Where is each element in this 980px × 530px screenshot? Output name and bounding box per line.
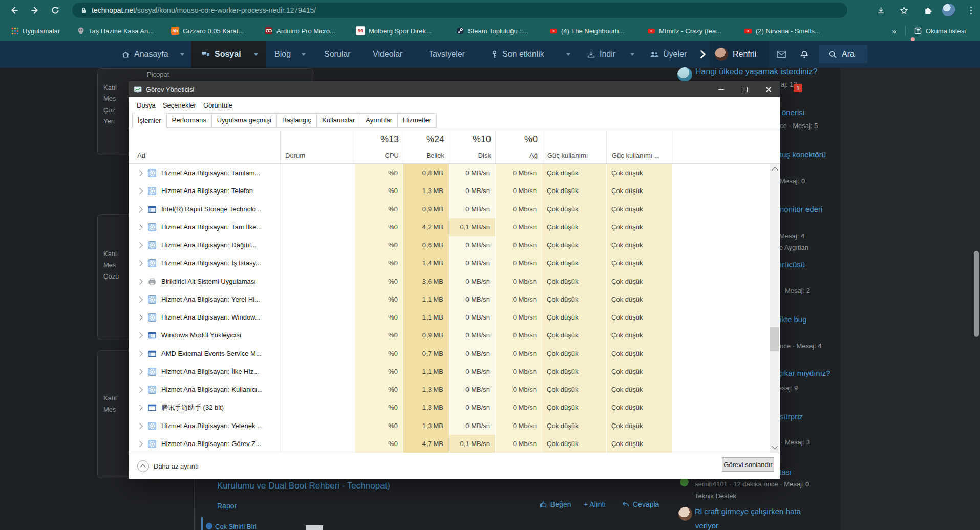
nav-user[interactable]: Renfrii: [715, 41, 756, 68]
nav-indir-caret[interactable]: [630, 41, 634, 68]
sidebar-thread-link[interactable]: tası: [779, 468, 792, 476]
tm-tab-uygulama-ge-mi-i[interactable]: Uygulama geçmişi: [211, 113, 277, 128]
nav-indir[interactable]: İndir: [587, 41, 615, 68]
process-row[interactable]: Hizmet Ana Bilgisayarı: Görev Z...%04,7 …: [129, 435, 770, 453]
sidebar-thread-link[interactable]: nonitör ederi: [780, 205, 822, 214]
apps-shortcut[interactable]: Uygulamalar: [11, 20, 60, 41]
browser-scrollbar-thumb[interactable]: [974, 251, 979, 337]
process-row[interactable]: Hizmet Ana Bilgisayarı: İş İstasy...%01,…: [129, 254, 770, 272]
forward-icon[interactable]: [29, 4, 41, 16]
back-icon[interactable]: [8, 4, 20, 16]
address-bar[interactable]: technopat.net/sosyal/konu/mouso-core-wor…: [72, 3, 847, 18]
less-details-label[interactable]: Daha az ayrıntı: [154, 462, 199, 470]
menu-dosya[interactable]: Dosya: [133, 101, 159, 109]
expand-chevron-icon[interactable]: [137, 441, 142, 447]
quote-button[interactable]: + Alıntı: [584, 500, 606, 508]
scroll-down-icon[interactable]: [772, 443, 778, 450]
sidebar-thread-link[interactable]: önerisi: [782, 108, 804, 117]
nav-search[interactable]: Ara: [828, 41, 855, 68]
nav-tavsiyeler[interactable]: Tavsiyeler: [429, 41, 465, 68]
expand-chevron-icon[interactable]: [137, 224, 142, 230]
column-total-disk[interactable]: %10: [449, 134, 491, 145]
column-header-pw[interactable]: Güç kullanımı: [547, 152, 588, 159]
nav-blog[interactable]: Blog: [274, 41, 291, 68]
column-header-ad[interactable]: Ad: [137, 152, 145, 159]
sidebar-thread-link[interactable]: Hangi ülkede yaşamak isterdiniz?: [695, 67, 817, 76]
nav-anasayfa-caret[interactable]: [180, 41, 184, 68]
nav-videolar[interactable]: Videolar: [373, 41, 402, 68]
nav-son-etkinlik[interactable]: Son etkinlik: [491, 41, 544, 68]
column-header-cpu[interactable]: CPU: [355, 152, 399, 159]
report-link[interactable]: Rapor: [217, 502, 237, 510]
expand-chevron-icon[interactable]: [137, 351, 142, 356]
nav-sorular[interactable]: Sorular: [324, 41, 351, 68]
expand-chevron-icon[interactable]: [137, 405, 142, 411]
sidebar-thread-link[interactable]: tuş konektörü: [780, 150, 826, 159]
tm-titlebar[interactable]: Görev Yöneticisi: [129, 81, 780, 97]
bookmark-item[interactable]: Taş Hazine Kasa An...: [77, 20, 154, 41]
process-row[interactable]: 腾讯手游助手 (32 bit)%01,3 MB0 MB/sn0 Mb/snÇok…: [129, 398, 770, 416]
process-row[interactable]: Hizmet Ana Bilgisayarı: Yerel Hi...%01,1…: [129, 290, 770, 308]
tm-scrollbar[interactable]: [770, 164, 779, 453]
nav-blog-caret[interactable]: [302, 41, 306, 68]
bookmark-item[interactable]: Mtmrfz - Crazy (fea...: [647, 20, 721, 41]
reload-icon[interactable]: [49, 4, 61, 16]
expand-chevron-icon[interactable]: [137, 242, 142, 248]
expand-chevron-icon[interactable]: [137, 296, 142, 302]
process-row[interactable]: Hizmet Ana Bilgisayarı: Tanılam...%00,8 …: [129, 164, 770, 182]
sidebar-thread-link[interactable]: ırücüsü: [780, 260, 805, 269]
sidebar-thread-link[interactable]: ikte bug: [780, 315, 807, 324]
column-header-disk[interactable]: Disk: [449, 152, 491, 159]
process-row[interactable]: Hizmet Ana Bilgisayarı: İlke Hiz...%01,1…: [129, 363, 770, 380]
sidebar-thread-link[interactable]: çıkar mıydınız?: [778, 369, 830, 377]
column-header-net[interactable]: Ağ: [495, 152, 538, 159]
tm-tab-ba-lang-[interactable]: Başlangıç: [276, 113, 317, 128]
extensions-puzzle-icon[interactable]: [922, 4, 934, 16]
bell-icon[interactable]: [800, 41, 809, 68]
less-details-icon[interactable]: [137, 460, 149, 472]
tm-tab-ayr-nt-lar[interactable]: Ayrıntılar: [360, 113, 398, 128]
scrollbar-thumb[interactable]: [770, 327, 779, 351]
sidebar-thread-link[interactable]: veriyor: [695, 521, 718, 530]
expand-chevron-icon[interactable]: [137, 423, 142, 429]
process-row[interactable]: Hizmet Ana Bilgisayarı: Kullanıcı...%01,…: [129, 380, 770, 398]
process-row[interactable]: AMD External Events Service M...%00,7 MB…: [129, 345, 770, 363]
thread-avatar[interactable]: [678, 507, 692, 521]
column-header-durum[interactable]: Durum: [285, 152, 305, 159]
nav-son-etkinlik-caret[interactable]: [566, 41, 570, 68]
download-icon[interactable]: [875, 4, 887, 16]
process-row[interactable]: Hizmet Ana Bilgisayarı: Tanı İlke...%04,…: [129, 218, 770, 236]
column-header-pwt[interactable]: Güç kullanımı ...: [612, 152, 660, 159]
picopat-label[interactable]: Picopat: [147, 71, 169, 78]
column-header-mem[interactable]: Bellek: [403, 152, 444, 159]
expand-chevron-icon[interactable]: [137, 188, 142, 194]
nav-expand-chevron-icon[interactable]: [699, 41, 706, 68]
quote-expand-box[interactable]: [306, 525, 323, 530]
expand-chevron-icon[interactable]: [137, 279, 142, 284]
bookmark-item[interactable]: hb Gizzaro 0,05 Karat...: [171, 20, 244, 41]
process-row[interactable]: Hizmet Ana Bilgisayarı: Yetenek ...%01,3…: [129, 417, 770, 435]
tm-tab-hizmetler[interactable]: Hizmetler: [397, 113, 437, 128]
nav-anasayfa[interactable]: Anasayfa: [121, 41, 168, 68]
sidebar-thread-link[interactable]: Rl craft girmeye çalışırken hata: [695, 507, 801, 516]
nav-sosyal-caret[interactable]: [254, 41, 258, 68]
column-total-cpu[interactable]: %13: [355, 134, 399, 145]
reading-list-button[interactable]: Okuma listesi: [914, 20, 966, 41]
process-row[interactable]: Hizmet Ana Bilgisayarı: Window...%01,1 M…: [129, 308, 770, 326]
expand-chevron-icon[interactable]: [137, 369, 142, 374]
profile-avatar[interactable]: [942, 4, 955, 17]
bookmark-item[interactable]: Arduino Pro Micro...: [265, 20, 335, 41]
process-row[interactable]: Intel(R) Rapid Storage Technolo...%00,9 …: [129, 200, 770, 218]
scroll-up-icon[interactable]: [772, 167, 778, 174]
thread-avatar[interactable]: [677, 67, 692, 82]
quote-author[interactable]: Çok Sinirli Biri: [215, 523, 257, 530]
post-link[interactable]: Kurulumu ve Dual Boot Rehberi - Technopa…: [217, 481, 390, 491]
expand-chevron-icon[interactable]: [137, 387, 142, 392]
menu-secenekler[interactable]: Seçenekler: [159, 101, 200, 109]
minimize-button[interactable]: [709, 81, 733, 97]
bookmark-item[interactable]: 99 Molberg Spor Direk...: [356, 20, 432, 41]
expand-chevron-icon[interactable]: [137, 314, 142, 320]
process-row[interactable]: Biriktirici Alt Sistemi Uygulaması%03,6 …: [129, 272, 770, 290]
thread-avatar[interactable]: [680, 478, 689, 486]
tm-tab-i-lemler[interactable]: İşlemler: [132, 113, 167, 128]
